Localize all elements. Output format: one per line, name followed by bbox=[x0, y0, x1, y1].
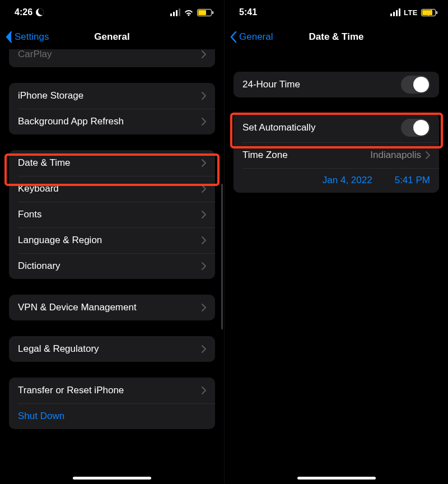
battery-icon bbox=[197, 9, 212, 16]
settings-scroll[interactable]: 24-Hour Time Set Automatically Time Zone… bbox=[225, 49, 448, 484]
row-label: 24-Hour Time bbox=[242, 79, 401, 90]
row-fonts[interactable]: Fonts bbox=[9, 202, 215, 227]
status-time: 4:26 bbox=[15, 7, 32, 17]
status-right: LTE ⚡ bbox=[390, 8, 436, 17]
status-right bbox=[170, 8, 212, 16]
row-label: Fonts bbox=[18, 209, 202, 220]
chevron-right-icon bbox=[202, 387, 206, 394]
row-label: Background App Refresh bbox=[18, 116, 202, 127]
row-label: Set Automatically bbox=[242, 122, 401, 133]
scrollbar[interactable] bbox=[221, 184, 223, 329]
row-label: Dictionary bbox=[18, 260, 202, 272]
toggle-24-hour[interactable] bbox=[401, 76, 430, 94]
page-title: Date & Time bbox=[309, 31, 364, 43]
settings-group: 24-Hour Time bbox=[234, 72, 439, 97]
date-value[interactable]: Jan 4, 2022 bbox=[323, 175, 372, 186]
row-set-automatically: Set Automatically bbox=[234, 113, 439, 142]
cellular-signal-icon bbox=[170, 8, 180, 16]
back-label: General bbox=[239, 31, 273, 43]
chevron-right-icon bbox=[202, 50, 206, 58]
settings-group: Set Automatically Time Zone Indianapolis… bbox=[234, 113, 439, 193]
row-shut-down[interactable]: Shut Down bbox=[9, 403, 215, 429]
nav-bar: Settings General bbox=[0, 25, 224, 49]
home-indicator[interactable] bbox=[73, 477, 151, 480]
settings-group: VPN & Device Management bbox=[9, 295, 215, 320]
chevron-right-icon bbox=[202, 185, 206, 193]
page-title: General bbox=[94, 31, 129, 43]
row-keyboard[interactable]: Keyboard bbox=[9, 176, 215, 202]
chevron-right-icon bbox=[202, 92, 206, 100]
row-label: Keyboard bbox=[18, 183, 202, 194]
row-dictionary[interactable]: Dictionary bbox=[9, 253, 215, 279]
settings-group: Legal & Regulatory bbox=[9, 336, 215, 362]
settings-scroll[interactable]: CarPlay iPhone Storage Background App Re… bbox=[0, 49, 224, 484]
row-label: VPN & Device Management bbox=[18, 302, 202, 313]
row-label: Shut Down bbox=[18, 411, 206, 422]
settings-group: Transfer or Reset iPhone Shut Down bbox=[9, 378, 215, 429]
chevron-right-icon bbox=[426, 151, 430, 159]
status-left: 5:41 bbox=[239, 7, 257, 17]
row-date-time[interactable]: Date & Time bbox=[9, 150, 215, 176]
row-label: CarPlay bbox=[18, 49, 202, 60]
row-label: Time Zone bbox=[242, 150, 370, 161]
phone-right-date-time: 5:41 LTE ⚡ General Date & Time 24-Hour T… bbox=[224, 0, 448, 484]
chevron-right-icon bbox=[202, 118, 206, 125]
row-carplay[interactable]: CarPlay bbox=[9, 49, 215, 67]
row-background-app-refresh[interactable]: Background App Refresh bbox=[9, 109, 215, 134]
status-left: 4:26 bbox=[15, 7, 44, 17]
chevron-right-icon bbox=[202, 236, 206, 244]
row-transfer-reset[interactable]: Transfer or Reset iPhone bbox=[9, 378, 215, 403]
chevron-right-icon bbox=[202, 345, 206, 353]
cellular-signal-icon bbox=[390, 8, 400, 16]
wifi-icon bbox=[184, 8, 194, 16]
chevron-right-icon bbox=[202, 262, 206, 270]
battery-icon: ⚡ bbox=[421, 9, 436, 16]
back-button[interactable]: General bbox=[230, 31, 273, 43]
back-button[interactable]: Settings bbox=[6, 31, 49, 43]
row-label: Language & Region bbox=[18, 235, 202, 246]
charging-bolt-icon: ⚡ bbox=[426, 9, 434, 16]
chevron-right-icon bbox=[202, 211, 206, 218]
row-label: Date & Time bbox=[18, 157, 202, 169]
row-date-time-picker: Jan 4, 2022 5:41 PM bbox=[234, 168, 439, 193]
row-24-hour-time: 24-Hour Time bbox=[234, 72, 439, 97]
settings-group: CarPlay bbox=[9, 49, 215, 67]
row-language-region[interactable]: Language & Region bbox=[9, 227, 215, 253]
toggle-set-automatically[interactable] bbox=[401, 119, 430, 137]
network-label: LTE bbox=[404, 8, 418, 17]
status-bar: 5:41 LTE ⚡ bbox=[225, 0, 448, 25]
chevron-right-icon bbox=[202, 304, 206, 311]
chevron-right-icon bbox=[202, 159, 206, 167]
home-indicator[interactable] bbox=[297, 477, 376, 480]
status-time: 5:41 bbox=[239, 7, 257, 17]
row-time-zone[interactable]: Time Zone Indianapolis bbox=[234, 142, 439, 168]
row-label: Transfer or Reset iPhone bbox=[18, 385, 202, 396]
row-value: Indianapolis bbox=[370, 150, 421, 161]
row-label: iPhone Storage bbox=[18, 90, 202, 101]
time-value[interactable]: 5:41 PM bbox=[395, 175, 430, 186]
row-label: Legal & Regulatory bbox=[18, 343, 202, 355]
settings-group: iPhone Storage Background App Refresh bbox=[9, 83, 215, 134]
settings-group: Date & Time Keyboard Fonts Language & Re… bbox=[9, 150, 215, 279]
status-bar: 4:26 bbox=[0, 0, 224, 25]
row-vpn-device-management[interactable]: VPN & Device Management bbox=[9, 295, 215, 320]
row-iphone-storage[interactable]: iPhone Storage bbox=[9, 83, 215, 109]
phone-left-general: 4:26 Settings General CarPlay bbox=[0, 0, 224, 484]
back-label: Settings bbox=[15, 31, 49, 43]
nav-bar: General Date & Time bbox=[225, 25, 448, 49]
row-legal-regulatory[interactable]: Legal & Regulatory bbox=[9, 336, 215, 362]
dnd-moon-icon bbox=[36, 8, 44, 16]
